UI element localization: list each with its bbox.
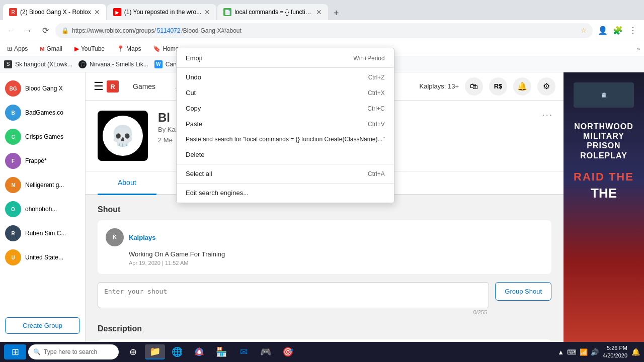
ctx-emoji-shortcut: Win+Period	[353, 55, 384, 62]
tab-1[interactable]: R (2) Blood Gang X - Roblox ✕	[3, 4, 106, 20]
sidebar: BG Blood Gang X B BadGames.co C Crisps G…	[0, 72, 86, 342]
bookmark-gmail[interactable]: M Gmail	[37, 44, 65, 53]
nav-bar: ← → ⟳ 🔒 https://www.roblox.com/groups/51…	[0, 20, 644, 41]
skull-icon: 💀	[110, 124, 135, 148]
ad-logo-area: 🏛️	[574, 82, 634, 108]
ad-sidebar: 🏛️ NORTHWOOD MILITARY PRISON ROLEPLAY RA…	[564, 72, 644, 342]
taskbar-up-arrow[interactable]: ▲	[557, 348, 564, 356]
ctx-delete[interactable]: Delete	[177, 147, 394, 162]
tab-about[interactable]: About	[98, 171, 156, 195]
sidebar-item-united[interactable]: U United State...	[0, 245, 85, 269]
roblox-right: Kalplays: 13+ 🛍 R$ 🔔 ⚙	[420, 77, 555, 96]
bookmark-maps[interactable]: 📍 Maps	[114, 44, 144, 53]
ctx-cut-label: Cut	[186, 89, 196, 97]
catalog-icon-btn[interactable]: 🛍	[465, 77, 483, 96]
taskbar-network-icon: 📶	[580, 348, 588, 356]
taskbar-explorer[interactable]: 📁	[145, 344, 165, 359]
bookmark-icon[interactable]: ☆	[581, 27, 587, 34]
ctx-cut[interactable]: Cut Ctrl+X	[177, 85, 394, 101]
tab-2[interactable]: ▶ (1) You reposted in the wro... ✕	[107, 4, 216, 20]
shout-date: Apr 19, 2020 | 11:52 AM	[129, 260, 543, 266]
notif-2-icon: 🎵	[78, 60, 87, 68]
group-options-dots[interactable]: ···	[542, 111, 553, 120]
more-options-icon[interactable]: ⋮	[626, 24, 640, 38]
address-highlight: 5114072	[156, 27, 182, 34]
tab-1-favicon: R	[9, 8, 17, 16]
group-logo-inner: 💀	[103, 116, 143, 156]
taskbar-edge[interactable]: 🌐	[167, 344, 187, 359]
tab-3[interactable]: 📄 local commands = {} function Cr... ✕	[217, 4, 328, 20]
bookmark-youtube[interactable]: ▶ YouTube	[71, 44, 108, 53]
profile-icon[interactable]: 👤	[596, 24, 610, 38]
shout-message: Working On A Game For Training	[129, 250, 543, 258]
taskbar-mail[interactable]: ✉	[233, 344, 254, 359]
sidebar-item-blood-gang[interactable]: BG Blood Gang X	[0, 76, 85, 101]
tab-2-close[interactable]: ✕	[204, 8, 210, 16]
robux-icon-btn[interactable]: R$	[489, 77, 507, 96]
svg-text:R: R	[110, 83, 115, 90]
sidebar-item-crisps[interactable]: C Crisps Games	[0, 125, 85, 149]
bookmark-apps[interactable]: ⊞ Apps	[4, 44, 31, 53]
notif-2: 🎵 Nirvana - Smells Lik...	[78, 60, 148, 68]
ctx-sep-2	[177, 164, 394, 164]
sidebar-name-8: United State...	[25, 254, 63, 261]
home-icon: 🔖	[153, 45, 160, 52]
tab-3-favicon: 📄	[223, 8, 231, 16]
sidebar-item-ruben[interactable]: R Ruben Sim C...	[0, 221, 85, 245]
notif-2-text: Nirvana - Smells Lik...	[90, 61, 148, 68]
new-tab-button[interactable]: +	[329, 6, 343, 20]
shout-box: K Kalplays Working On A Game For Trainin…	[98, 220, 551, 274]
ctx-paste-search[interactable]: Paste and search for "local commands = {…	[177, 132, 394, 147]
sidebar-item-ohoho[interactable]: O ohohohoh...	[0, 197, 85, 221]
notification-bell[interactable]: 🔔	[631, 348, 640, 356]
taskbar-extra[interactable]: 🎯	[278, 344, 298, 359]
apps-icon: ⊞	[7, 45, 12, 52]
reload-button[interactable]: ⟳	[38, 24, 52, 38]
games-nav[interactable]: Games	[127, 78, 162, 95]
taskbar-cortana[interactable]: ⊕	[123, 344, 143, 359]
bookmarks-overflow[interactable]: »	[637, 46, 640, 52]
ctx-emoji[interactable]: Emoji Win+Period	[177, 50, 394, 66]
tab-3-close[interactable]: ✕	[316, 8, 322, 16]
settings-icon-btn[interactable]: ⚙	[537, 77, 555, 96]
taskbar-chrome[interactable]	[189, 344, 209, 359]
ctx-edit-search[interactable]: Edit search engines...	[177, 185, 394, 201]
ctx-paste[interactable]: Paste Ctrl+V	[177, 116, 394, 132]
back-button[interactable]: ←	[4, 24, 18, 38]
sidebar-avatar-2: B	[5, 105, 21, 121]
sidebar-item-frappe[interactable]: F Frappé*	[0, 149, 85, 173]
apps-label: Apps	[14, 45, 28, 52]
ctx-copy-shortcut: Ctrl+C	[367, 105, 384, 112]
start-button[interactable]: ⊞	[4, 344, 26, 359]
ctx-copy[interactable]: Copy Ctrl+C	[177, 101, 394, 116]
address-bar[interactable]: 🔒 https://www.roblox.com/groups/5114072/…	[55, 23, 593, 38]
ctx-paste-shortcut: Ctrl+V	[368, 121, 385, 128]
hamburger-icon[interactable]: ☰	[94, 80, 104, 93]
taskbar-apps: ⊕ 📁 🌐 🏪 ✉ 🎮 🎯	[123, 344, 298, 359]
sidebar-avatar-6: O	[5, 201, 21, 217]
extensions-icon[interactable]: 🧩	[611, 24, 625, 38]
shout-char-count: 0/255	[98, 308, 489, 316]
sidebar-avatar-7: R	[5, 225, 21, 241]
ctx-sep-3	[177, 183, 394, 184]
create-group-button[interactable]: Create Group	[5, 317, 80, 334]
shout-author-name[interactable]: Kalplays	[129, 234, 155, 241]
taskbar-store[interactable]: 🏪	[211, 344, 231, 359]
notifications-icon-btn[interactable]: 🔔	[513, 77, 531, 96]
notif-1-text: Sk hangout (XLowk...	[15, 61, 72, 68]
taskbar-search[interactable]: 🔍 Type here to search	[28, 344, 119, 359]
ctx-select-all[interactable]: Select all Ctrl+A	[177, 166, 394, 182]
taskbar-steam[interactable]: 🎮	[256, 344, 276, 359]
sidebar-item-nell[interactable]: N Nelligerent g...	[0, 173, 85, 197]
search-icon: 🔍	[33, 348, 41, 355]
group-shout-button[interactable]: Group Shout	[495, 282, 551, 301]
ctx-emoji-label: Emoji	[186, 54, 202, 62]
taskbar-time[interactable]: 5:26 PM 4/20/2020	[603, 344, 627, 360]
ctx-undo[interactable]: Undo Ctrl+Z	[177, 69, 394, 85]
sidebar-avatar-3: C	[5, 129, 21, 145]
sidebar-item-badgames[interactable]: B BadGames.co	[0, 101, 85, 125]
forward-button[interactable]: →	[21, 24, 35, 38]
shout-input[interactable]	[98, 282, 489, 308]
tab-1-close[interactable]: ✕	[94, 8, 100, 16]
ctx-paste-search-label: Paste and search for "local commands = {…	[186, 136, 385, 143]
